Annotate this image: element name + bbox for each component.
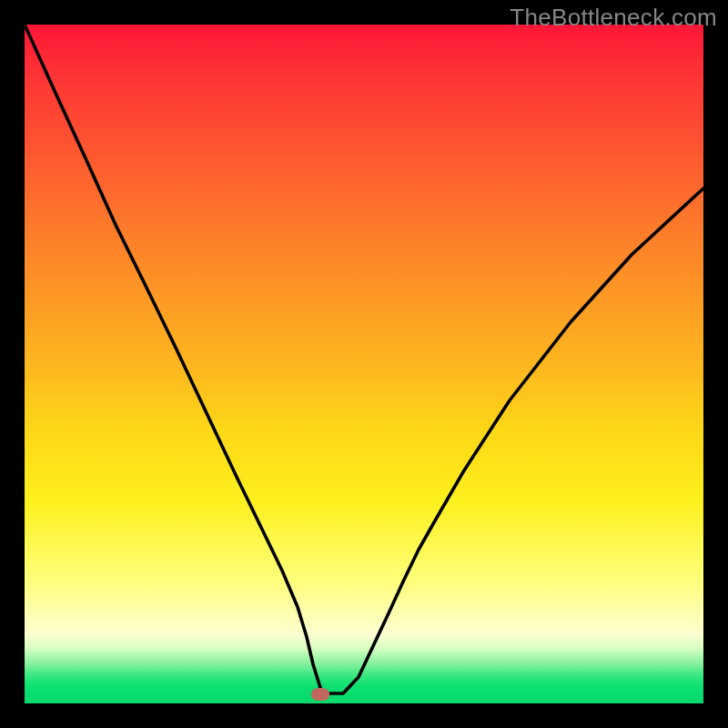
frame-bottom xyxy=(0,703,728,728)
watermark-text: TheBottleneck.com xyxy=(510,4,717,32)
bottleneck-curve xyxy=(25,25,703,703)
frame-left xyxy=(0,0,25,728)
frame-right xyxy=(703,0,728,728)
minimum-marker xyxy=(311,688,329,701)
